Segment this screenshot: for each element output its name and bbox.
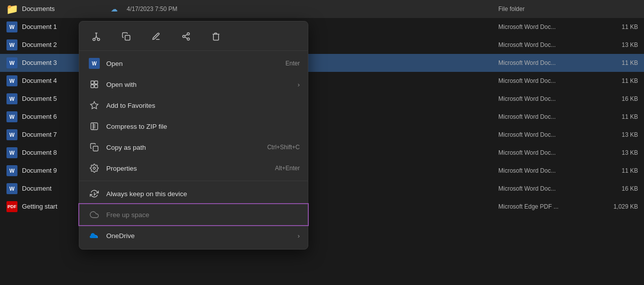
file-size: 13 KB	[598, 41, 638, 48]
open-shortcut: Enter	[285, 60, 300, 67]
copy-path-icon	[87, 140, 101, 154]
always-keep-icon	[87, 187, 101, 201]
properties-shortcut: Alt+Enter	[275, 165, 300, 172]
svg-point-1	[97, 38, 100, 41]
svg-rect-14	[91, 85, 94, 88]
file-size: 11 KB	[598, 167, 638, 174]
add-favorites-icon	[87, 98, 101, 112]
file-type: Microsoft Word Doc...	[498, 59, 598, 66]
onedrive-icon	[87, 229, 101, 243]
file-icon: W	[6, 147, 18, 159]
compress-label: Compress to ZIP file	[106, 123, 300, 130]
svg-line-10	[185, 37, 187, 38]
share-button[interactable]	[177, 27, 195, 45]
properties-icon	[87, 161, 101, 175]
file-size: 16 KB	[598, 95, 638, 102]
file-date: 4/17/2023 7:50 PM	[127, 5, 498, 12]
context-menu-always-keep[interactable]: Always keep on this device	[79, 183, 308, 204]
context-menu-compress[interactable]: Compress to ZIP file	[79, 116, 308, 137]
file-size: 11 KB	[598, 113, 638, 120]
add-favorites-label: Add to Favorites	[106, 102, 300, 109]
file-type: Microsoft Word Doc...	[498, 149, 598, 156]
always-keep-label: Always keep on this device	[106, 190, 300, 198]
file-type: Microsoft Word Doc...	[498, 23, 598, 30]
file-icon: 📁	[6, 3, 18, 15]
context-menu-open-with[interactable]: Open with ›	[79, 74, 308, 95]
svg-line-3	[96, 36, 98, 38]
cut-button[interactable]	[87, 27, 105, 45]
file-size: 16 KB	[598, 185, 638, 192]
file-type: Microsoft Word Doc...	[498, 185, 598, 192]
file-type: File folder	[498, 5, 598, 12]
properties-label: Properties	[106, 165, 275, 172]
context-menu-properties[interactable]: Properties Alt+Enter	[79, 158, 308, 179]
svg-rect-15	[95, 85, 98, 88]
context-menu: W Open Enter Open with › Add to Favorite…	[79, 21, 308, 250]
open-label: Open	[106, 60, 285, 67]
open-with-label: Open with	[106, 81, 294, 88]
context-menu-add-favorites[interactable]: Add to Favorites	[79, 95, 308, 116]
file-icon: W	[6, 129, 18, 141]
svg-rect-12	[91, 81, 94, 84]
copy-button[interactable]	[117, 27, 135, 45]
file-icon: W	[6, 165, 18, 177]
svg-point-9	[187, 38, 190, 40]
rename-button[interactable]	[147, 27, 165, 45]
copy-path-shortcut: Ctrl+Shift+C	[267, 144, 300, 151]
file-size: 13 KB	[598, 149, 638, 156]
context-menu-copy-path[interactable]: Copy as path Ctrl+Shift+C	[79, 137, 308, 158]
file-type: Microsoft Edge PDF ...	[498, 203, 598, 210]
svg-rect-6	[125, 35, 130, 40]
context-menu-open[interactable]: W Open Enter	[79, 53, 308, 74]
svg-point-8	[183, 35, 185, 38]
file-type: Microsoft Word Doc...	[498, 41, 598, 48]
file-icon: W	[6, 57, 18, 69]
file-size: 1,029 KB	[598, 203, 638, 210]
svg-point-23	[93, 167, 96, 170]
open-icon: W	[87, 56, 101, 70]
copy-path-label: Copy as path	[106, 144, 267, 151]
file-size: 11 KB	[598, 77, 638, 84]
file-icon: W	[6, 111, 18, 123]
delete-button[interactable]	[207, 27, 225, 45]
free-up-space-label: Free up space	[106, 211, 300, 219]
file-name: Documents	[22, 5, 102, 12]
context-menu-toolbar	[79, 24, 308, 51]
onedrive-label: OneDrive	[106, 232, 294, 240]
file-icon: W	[6, 75, 18, 87]
file-size: 11 KB	[598, 59, 638, 66]
svg-line-11	[185, 34, 187, 36]
file-icon: W	[6, 93, 18, 105]
file-type: Microsoft Word Doc...	[498, 95, 598, 102]
onedrive-arrow: ›	[298, 232, 300, 240]
open-with-icon	[87, 77, 101, 91]
open-with-arrow: ›	[298, 81, 300, 88]
file-type: Microsoft Word Doc...	[498, 167, 598, 174]
separator-1	[79, 181, 308, 181]
file-icon: W	[6, 183, 18, 195]
svg-point-0	[93, 38, 95, 41]
file-size: 13 KB	[598, 131, 638, 138]
file-type: Microsoft Word Doc...	[498, 77, 598, 84]
context-menu-free-up-space[interactable]: Free up space	[79, 204, 308, 225]
file-type: Microsoft Word Doc...	[498, 113, 598, 120]
context-menu-onedrive[interactable]: OneDrive ›	[79, 225, 308, 246]
file-icon: W	[6, 39, 18, 51]
file-type: Microsoft Word Doc...	[498, 131, 598, 138]
file-row[interactable]: 📁 Documents ☁ 4/17/2023 7:50 PM File fol…	[0, 0, 644, 18]
free-up-space-icon	[87, 208, 101, 222]
file-icon: PDF	[6, 201, 18, 213]
svg-marker-16	[91, 102, 98, 109]
file-size: 11 KB	[598, 23, 638, 30]
svg-rect-22	[93, 146, 98, 151]
svg-point-7	[187, 33, 190, 35]
compress-icon	[87, 119, 101, 133]
file-cloud: ☁	[102, 5, 127, 13]
file-icon: W	[6, 21, 18, 33]
svg-rect-13	[95, 81, 98, 84]
